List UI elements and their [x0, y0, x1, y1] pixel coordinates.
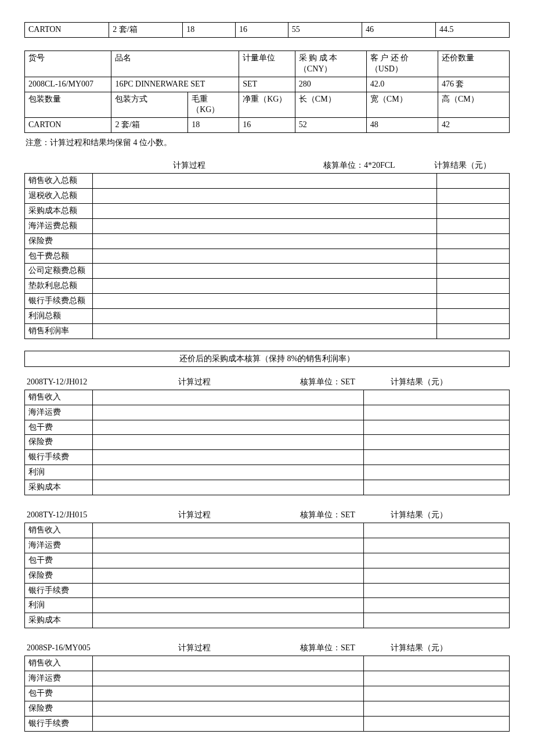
col-label: 计算过程 — [92, 159, 286, 173]
calc-process-cell — [92, 716, 364, 731]
calc-process-cell — [92, 523, 364, 538]
calc-result-cell — [364, 538, 510, 553]
calc-result-cell — [364, 598, 510, 613]
row-label: 销售收入 — [25, 523, 93, 538]
row-label: 银行手续费 — [25, 716, 93, 731]
calc-process-cell — [92, 309, 436, 324]
cell: CARTON — [25, 23, 109, 38]
sub-table-c: 销售收入海洋运费包干费保险费银行手续费 — [24, 656, 510, 731]
table-row: 保险费 — [25, 435, 510, 450]
row-label: 包干费总额 — [25, 249, 93, 264]
code-label: 2008SP-16/MY005 — [24, 641, 121, 656]
calc-process-cell — [92, 583, 364, 598]
code-label: 2008TY-12/JH015 — [24, 508, 121, 523]
table-row: 银行手续费总额 — [25, 294, 510, 309]
calc-result-cell — [364, 716, 510, 731]
calc-process-cell — [92, 553, 364, 568]
row-label: 保险费 — [25, 568, 93, 583]
table-row: 保险费 — [25, 701, 510, 716]
table-row: 利润总额 — [25, 309, 510, 324]
cell: 2008CL-16/MY007 — [25, 77, 111, 92]
cell: 16 — [236, 23, 288, 38]
table-row: 采购成本总额 — [25, 203, 510, 218]
note-text: 注意：计算过程和结果均保留 4 位小数。 — [26, 138, 510, 148]
cell: 44.5 — [435, 23, 509, 38]
col-label: 计算过程 — [121, 375, 267, 390]
cell: CARTON — [25, 118, 111, 133]
calc-result-cell — [436, 218, 509, 233]
cell: 毛重（KG） — [188, 92, 239, 118]
table-row: 利润 — [25, 598, 510, 613]
table-row: 银行手续费 — [25, 716, 510, 731]
table-row: 采购成本 — [25, 613, 510, 628]
table-row: 海洋运费 — [25, 671, 510, 686]
sub-table-a: 销售收入海洋运费包干费保险费银行手续费利润采购成本 — [24, 390, 510, 495]
row-label: 保险费 — [25, 701, 93, 716]
calc-result-cell — [436, 249, 509, 264]
cell: 476 套 — [438, 77, 509, 92]
product-table: 货号 品名 计量单位 采 购 成 本（CNY） 客 户 还 价（USD） 还价数… — [24, 51, 510, 133]
table-row: 销售收入总额 — [25, 174, 510, 189]
table-row: 银行手续费 — [25, 583, 510, 598]
row-label: 包干费 — [25, 686, 93, 701]
calc-result-cell — [364, 420, 510, 435]
cell: 52 — [295, 118, 366, 133]
calc-process-cell — [92, 701, 364, 716]
calc-process-cell — [92, 279, 436, 294]
calc-process-cell — [92, 435, 364, 450]
col-label: 计算结果（元） — [388, 641, 510, 656]
calc-result-cell — [364, 686, 510, 701]
cell: 46 — [362, 23, 435, 38]
cell: 16PC DINNERWARE SET — [111, 77, 239, 92]
section-title: 还价后的采购成本核算（保持 8%的销售利润率） — [24, 351, 510, 367]
row-label: 包干费 — [25, 420, 93, 435]
calc-process-cell — [92, 568, 364, 583]
calc-process-cell — [92, 294, 436, 309]
table-row: CARTON 2 套/箱 18 16 55 46 44.5 — [25, 23, 510, 38]
table-row: 保险费 — [25, 233, 510, 249]
calc-result-cell — [364, 435, 510, 450]
calc-result-cell — [436, 309, 509, 324]
row-label: 采购成本 — [25, 480, 93, 495]
calc-result-cell — [436, 189, 509, 204]
table-row: 利润 — [25, 465, 510, 480]
table-row: 销售收入 — [25, 523, 510, 538]
sub-header-b: 2008TY-12/JH015 计算过程 核算单位：SET 计算结果（元） — [24, 508, 510, 523]
table-row: 货号 品名 计量单位 采 购 成 本（CNY） 客 户 还 价（USD） 还价数… — [25, 51, 510, 77]
col-label: 计算过程 — [121, 641, 267, 656]
table-row: 2008CL-16/MY007 16PC DINNERWARE SET SET … — [25, 77, 510, 92]
cell: 采 购 成 本（CNY） — [295, 51, 366, 77]
calc-process-cell — [92, 264, 436, 279]
table-row: 海洋运费 — [25, 538, 510, 553]
table-row: 包干费总额 — [25, 249, 510, 264]
col-label: 核算单位：SET — [267, 641, 388, 656]
calc-process-cell — [92, 480, 364, 495]
calc-process-cell — [92, 538, 364, 553]
table-row: 包干费 — [25, 686, 510, 701]
calc-process-cell — [92, 656, 364, 671]
cell: 货号 — [25, 51, 111, 77]
calc-result-cell — [364, 553, 510, 568]
cell: 48 — [366, 118, 438, 133]
table-row: 包装数量 包装方式 毛重（KG） 净重（KG） 长（CM） 宽（CM） 高（CM… — [25, 92, 510, 118]
col-label: 计算结果（元） — [432, 159, 510, 173]
col-label: 核算单位：SET — [267, 508, 388, 523]
col-label: 核算单位：SET — [267, 375, 388, 390]
cell: 宽（CM） — [366, 92, 438, 118]
cell: 16 — [239, 118, 295, 133]
row-label: 利润 — [25, 465, 93, 480]
table-row: 销售利润率 — [25, 324, 510, 339]
code-label: 2008TY-12/JH012 — [24, 375, 121, 390]
row-label: 保险费 — [25, 233, 93, 249]
col-label: 核算单位：4*20FCL — [286, 159, 432, 173]
row-label: 银行手续费 — [25, 450, 93, 465]
calc-result-cell — [436, 279, 509, 294]
table-row: 保险费 — [25, 568, 510, 583]
calc-result-cell — [364, 671, 510, 686]
row-label: 利润 — [25, 598, 93, 613]
cell: 品名 — [111, 51, 239, 77]
sub-table-b: 销售收入海洋运费包干费保险费银行手续费利润采购成本 — [24, 523, 510, 628]
table-row: 海洋运费总额 — [25, 218, 510, 233]
calc-process-cell — [92, 405, 364, 420]
calc-result-cell — [364, 568, 510, 583]
